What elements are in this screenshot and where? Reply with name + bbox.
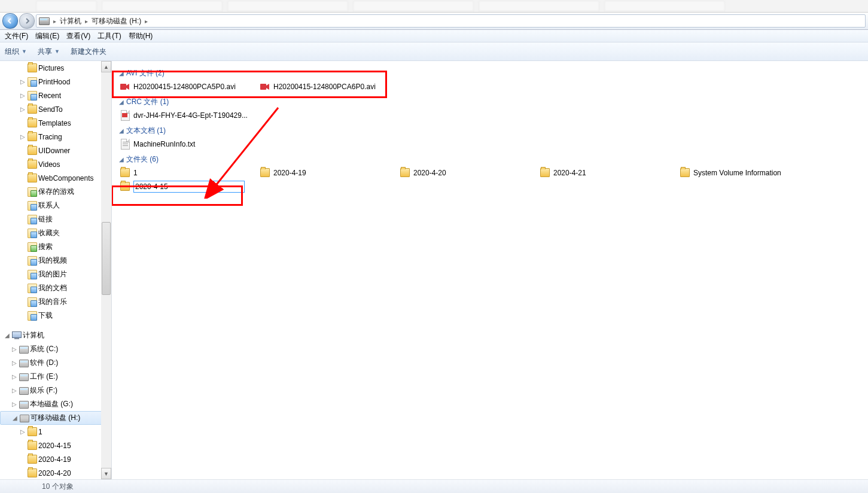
tree-item-pictures[interactable]: Pictures [0,61,111,75]
tree-item-sendto[interactable]: ▷SendTo [0,102,111,116]
organize-label: 组织 [5,47,19,57]
breadcrumb-computer[interactable]: 计算机 [60,16,81,26]
tree-item-folder-1[interactable]: ▷1 [0,425,111,439]
tree-item-drive-e[interactable]: ▷工作 (E:) [0,370,111,384]
group-header-crc[interactable]: ◢CRC 文件 (1) [119,97,868,107]
tree-item-searches[interactable]: 搜索 [0,240,111,254]
tree-item-drive-c[interactable]: ▷系统 (C:) [0,342,111,356]
tree-item-links[interactable]: 链接 [0,212,111,226]
folder-icon [120,168,130,178]
menu-tools[interactable]: 工具(T) [94,31,124,41]
tree-item-recent[interactable]: ▷Recent [0,89,111,102]
menu-view[interactable]: 查看(V) [63,31,94,41]
chevron-right-icon: ▸ [53,18,56,25]
folder-icon [120,182,130,191]
tree-item-savedgames[interactable]: 保存的游戏 [0,185,111,199]
folder-item-svi[interactable]: System Volume Information [679,166,849,179]
file-name: dvr-JH4-FHY-E4-4G-Ept-T190429... [133,111,248,120]
tree-item-mypictures[interactable]: 我的图片 [0,267,111,281]
group-header-avi[interactable]: ◢AVI 文件 (2) [119,68,868,78]
file-list-pane: ◢AVI 文件 (2) H20200415-124800PCA5P0.avi H… [112,61,868,479]
menu-file[interactable]: 文件(F) [1,31,32,41]
folder-item-rename[interactable] [119,179,259,193]
browser-tab[interactable] [102,1,223,11]
new-folder-button[interactable]: 新建文件夹 [71,47,106,57]
explorer-navbar: ▸ 计算机 ▸ 可移动磁盘 (H:) ▸ [0,13,868,30]
folder-name: System Volume Information [693,169,781,177]
tree-label: Tracing [38,133,62,141]
address-bar[interactable]: ▸ 计算机 ▸ 可移动磁盘 (H:) ▸ [36,14,866,28]
forward-button[interactable] [19,13,35,29]
tree-label: 本地磁盘 (G:) [30,399,73,409]
tree-label: Templates [38,119,71,127]
tree-item-drive-f[interactable]: ▷娱乐 (F:) [0,384,111,397]
svg-rect-0 [120,84,126,90]
status-object-count: 10 个对象 [42,482,74,492]
browser-tab[interactable] [479,1,599,11]
tree-item-templates[interactable]: Templates [0,116,111,130]
browser-tabbar [0,0,868,13]
tree-item-computer[interactable]: ◢计算机 [0,328,111,342]
share-button[interactable]: 共享▼ [38,47,60,57]
tree-item-mymusic[interactable]: 我的音乐 [0,295,111,309]
tree-item-folder-2020-4-20[interactable]: 2020-4-20 [0,466,111,479]
scroll-up-button[interactable]: ▲ [101,61,111,72]
tree-label: 2020-4-15 [38,442,71,450]
tree-label: 1 [38,428,42,436]
tree-item-favorites[interactable]: 收藏夹 [0,226,111,240]
folder-rename-input[interactable] [133,181,245,193]
tree-label: 系统 (C:) [30,344,58,354]
tree-item-contacts[interactable]: 联系人 [0,199,111,212]
tree-label: PrintHood [38,78,70,86]
scroll-down-button[interactable]: ▼ [101,468,111,479]
video-icon [120,82,130,92]
tree-item-drive-g[interactable]: ▷本地磁盘 (G:) [0,397,111,411]
tree-item-drive-h[interactable]: ◢可移动磁盘 (H:) [0,411,110,425]
file-item-avi1[interactable]: H20200415-124800PCA5P0.avi [119,80,259,93]
tree-label: 2020-4-19 [38,455,71,464]
file-name: MachineRunInfo.txt [133,140,195,148]
file-item-crc1[interactable]: dvr-JH4-FHY-E4-4G-Ept-T190429... [119,108,259,122]
scroll-thumb[interactable] [102,222,111,295]
file-item-avi2[interactable]: H20200415-124800PCA6P0.avi [259,80,399,93]
tree-item-myvideos[interactable]: 我的视频 [0,254,111,267]
tree-label: Recent [38,92,61,100]
menu-edit[interactable]: 编辑(E) [32,31,63,41]
scroll-track[interactable] [101,72,111,468]
tree-item-folder-2020-4-15[interactable]: 2020-4-15 [0,439,111,452]
tree-label: 联系人 [38,200,60,211]
browser-tab[interactable] [36,1,97,11]
tree-label: 可移动磁盘 (H:) [31,413,80,423]
folder-item-2020-4-21[interactable]: 2020-4-21 [539,166,679,179]
breadcrumb-drive[interactable]: 可移动磁盘 (H:) [92,16,141,26]
browser-tab[interactable] [604,1,725,11]
tree-item-folder-2020-4-19[interactable]: 2020-4-19 [0,452,111,466]
tree-label: 软件 (D:) [30,358,58,368]
tree-item-drive-d[interactable]: ▷软件 (D:) [0,356,111,370]
tree-item-printhood[interactable]: ▷PrintHood [0,75,111,89]
organize-button[interactable]: 组织▼ [5,47,27,57]
collapse-icon: ◢ [119,127,124,134]
group-label: CRC 文件 (1) [126,97,169,107]
tree-scrollbar[interactable]: ▲ ▼ [101,61,111,479]
collapse-icon: ◢ [119,156,124,163]
group-header-folders[interactable]: ◢文件夹 (6) [119,154,868,165]
svg-rect-1 [260,84,266,90]
tree-item-uidowner[interactable]: UIDowner [0,144,111,157]
folder-icon [540,168,550,178]
tree-item-downloads[interactable]: 下载 [0,309,111,322]
folder-item-1[interactable]: 1 [119,166,259,179]
file-item-txt1[interactable]: MachineRunInfo.txt [119,137,259,151]
tree-item-webcomponents[interactable]: WebComponents [0,171,111,185]
folder-item-2020-4-19[interactable]: 2020-4-19 [259,166,399,179]
group-header-txt[interactable]: ◢文本文档 (1) [119,126,868,136]
folder-item-2020-4-20[interactable]: 2020-4-20 [399,166,539,179]
browser-tab[interactable] [227,1,348,11]
tree-item-tracing[interactable]: ▷Tracing [0,130,111,144]
status-bar: 10 个对象 [0,479,868,493]
back-button[interactable] [2,13,18,29]
menu-help[interactable]: 帮助(H) [125,31,157,41]
browser-tab[interactable] [353,1,474,11]
tree-item-videos[interactable]: Videos [0,157,111,171]
tree-item-mydocs[interactable]: 我的文档 [0,281,111,295]
